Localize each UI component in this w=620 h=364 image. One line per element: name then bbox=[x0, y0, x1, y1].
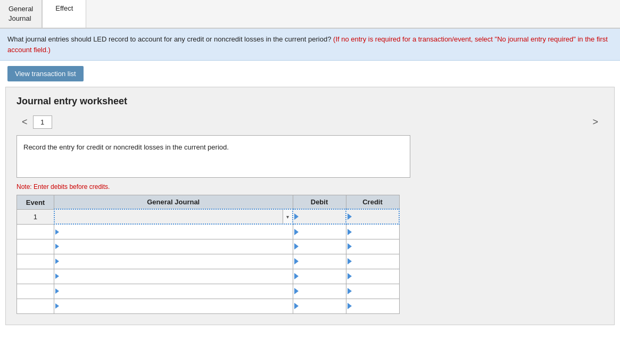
info-banner: What journal entries should LED record t… bbox=[0, 29, 620, 61]
header-general-journal: General Journal bbox=[54, 195, 293, 210]
tri-left-6 bbox=[55, 288, 59, 294]
journal-input-3[interactable] bbox=[54, 239, 293, 254]
tri-left-4 bbox=[55, 259, 59, 264]
triangle-credit-1 bbox=[348, 213, 352, 220]
event-cell-7 bbox=[17, 299, 54, 313]
event-cell-6 bbox=[17, 284, 54, 299]
triangle-debit-3 bbox=[294, 243, 299, 250]
worksheet-container: Journal entry worksheet < 1 > Record the… bbox=[5, 87, 615, 325]
debit-cell-1[interactable] bbox=[293, 209, 346, 224]
dropdown-arrow-1[interactable]: ▾ bbox=[283, 210, 292, 224]
credit-input-4[interactable] bbox=[346, 254, 399, 269]
debit-cell-2[interactable] bbox=[293, 224, 346, 239]
journal-cell-5[interactable] bbox=[54, 269, 293, 284]
table-row-4 bbox=[17, 254, 400, 269]
table-header-row: Event General Journal Debit Credit bbox=[17, 195, 400, 210]
journal-cell-6[interactable] bbox=[54, 284, 293, 299]
table-row-6 bbox=[17, 284, 400, 299]
credit-cell-5[interactable] bbox=[346, 269, 399, 284]
worksheet-title: Journal entry worksheet bbox=[16, 96, 604, 107]
triangle-debit-7 bbox=[294, 303, 299, 309]
tab-effect[interactable]: Effect bbox=[42, 0, 86, 28]
triangle-debit-1 bbox=[294, 213, 299, 220]
journal-cell-7[interactable] bbox=[54, 299, 293, 313]
event-cell-1: 1 bbox=[17, 209, 54, 224]
page-number-box: 1 bbox=[33, 115, 52, 129]
journal-cell-3[interactable] bbox=[54, 239, 293, 254]
debit-cell-3[interactable] bbox=[293, 239, 346, 254]
credit-cell-3[interactable] bbox=[346, 239, 399, 254]
journal-input-4[interactable] bbox=[54, 254, 293, 269]
info-main-text: What journal entries should LED record t… bbox=[7, 35, 331, 43]
description-box: Record the entry for credit or noncredit… bbox=[16, 135, 410, 178]
triangle-credit-2 bbox=[348, 229, 352, 235]
journal-cell-2[interactable] bbox=[54, 224, 293, 239]
pagination-row: < 1 > bbox=[16, 115, 604, 129]
debit-input-5[interactable] bbox=[293, 269, 346, 284]
credit-cell-1[interactable] bbox=[346, 209, 399, 224]
journal-input-1[interactable] bbox=[55, 210, 283, 224]
credit-input-2[interactable] bbox=[346, 225, 399, 239]
tab-general-journal[interactable]: General Journal bbox=[0, 0, 42, 28]
credit-input-1[interactable] bbox=[346, 210, 399, 224]
debit-cell-7[interactable] bbox=[293, 299, 346, 313]
triangle-credit-6 bbox=[348, 288, 352, 294]
journal-input-5[interactable] bbox=[54, 269, 293, 284]
debit-input-7[interactable] bbox=[293, 299, 346, 313]
event-cell-5 bbox=[17, 269, 54, 284]
description-text: Record the entry for credit or noncredit… bbox=[23, 143, 229, 151]
tri-left-2 bbox=[55, 229, 59, 235]
journal-input-6[interactable] bbox=[54, 284, 293, 299]
credit-input-7[interactable] bbox=[346, 299, 399, 313]
journal-cell-4[interactable] bbox=[54, 254, 293, 269]
debit-cell-4[interactable] bbox=[293, 254, 346, 269]
debit-input-1[interactable] bbox=[293, 210, 345, 224]
triangle-credit-4 bbox=[348, 258, 352, 264]
table-row-3 bbox=[17, 239, 400, 254]
debit-cell-5[interactable] bbox=[293, 269, 346, 284]
credit-input-5[interactable] bbox=[346, 269, 399, 284]
credit-cell-2[interactable] bbox=[346, 224, 399, 239]
journal-input-7[interactable] bbox=[54, 299, 293, 313]
triangle-credit-7 bbox=[348, 303, 352, 309]
debit-input-2[interactable] bbox=[293, 225, 346, 239]
event-cell-2 bbox=[17, 224, 54, 239]
header-debit: Debit bbox=[293, 195, 346, 210]
table-row-1: 1 ▾ bbox=[17, 209, 400, 224]
triangle-debit-2 bbox=[294, 229, 299, 235]
triangle-debit-6 bbox=[294, 288, 299, 294]
debit-input-3[interactable] bbox=[293, 239, 346, 254]
tri-left-5 bbox=[55, 274, 59, 279]
table-row-2 bbox=[17, 224, 400, 239]
tri-left-3 bbox=[55, 244, 59, 249]
credit-input-3[interactable] bbox=[346, 239, 399, 254]
prev-page-arrow[interactable]: < bbox=[16, 117, 33, 128]
journal-input-2[interactable] bbox=[54, 225, 293, 239]
header-credit: Credit bbox=[346, 195, 399, 210]
journal-cell-1[interactable]: ▾ bbox=[54, 209, 293, 224]
triangle-debit-4 bbox=[294, 258, 299, 264]
table-row-5 bbox=[17, 269, 400, 284]
tri-left-7 bbox=[55, 303, 59, 309]
tab-bar: General Journal Effect bbox=[0, 0, 620, 29]
debit-input-6[interactable] bbox=[293, 284, 346, 299]
next-page-arrow[interactable]: > bbox=[587, 117, 604, 128]
credit-cell-6[interactable] bbox=[346, 284, 399, 299]
header-event: Event bbox=[17, 195, 54, 210]
debit-input-4[interactable] bbox=[293, 254, 346, 269]
journal-table: Event General Journal Debit Credit 1 ▾ bbox=[16, 195, 400, 314]
debit-cell-6[interactable] bbox=[293, 284, 346, 299]
event-cell-3 bbox=[17, 239, 54, 254]
triangle-debit-5 bbox=[294, 273, 299, 279]
event-cell-4 bbox=[17, 254, 54, 269]
note-text: Note: Enter debits before credits. bbox=[16, 183, 604, 191]
triangle-credit-3 bbox=[348, 243, 352, 250]
view-transaction-list-button[interactable]: View transaction list bbox=[7, 66, 84, 81]
credit-cell-4[interactable] bbox=[346, 254, 399, 269]
table-row-7 bbox=[17, 299, 400, 313]
credit-cell-7[interactable] bbox=[346, 299, 399, 313]
credit-input-6[interactable] bbox=[346, 284, 399, 299]
triangle-credit-5 bbox=[348, 273, 352, 279]
